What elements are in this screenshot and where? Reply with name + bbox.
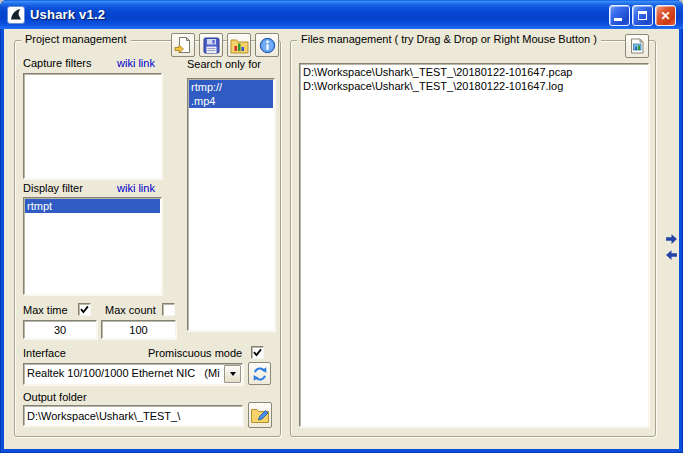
app-window: Ushark v1.2 ✕ Project management — [0, 0, 683, 453]
new-project-button[interactable] — [171, 33, 195, 57]
file-list-item[interactable]: D:\Workspace\Ushark\_TEST_\20180122-1016… — [301, 79, 647, 93]
promiscuous-checkbox[interactable] — [251, 346, 264, 359]
interface-selected-value: Realtek 10/100/1000 Ethernet NIC (Mi — [24, 364, 223, 384]
window-title: Ushark v1.2 — [30, 7, 105, 22]
output-folder-input[interactable] — [23, 405, 243, 426]
interface-dropdown-button[interactable] — [224, 365, 241, 383]
file-list-item[interactable]: D:\Workspace\Ushark\_TEST_\20180122-1016… — [301, 65, 647, 79]
interface-label: Interface — [23, 347, 66, 359]
shark-fin-icon — [7, 6, 25, 24]
capture-filters-wiki-link[interactable]: wiki link — [117, 57, 155, 69]
project-management-group: Project management — [14, 40, 281, 437]
project-group-title: Project management — [21, 33, 131, 45]
arrow-left-icon — [665, 249, 678, 261]
maximize-button[interactable] — [632, 5, 653, 26]
close-button[interactable]: ✕ — [655, 5, 676, 26]
list-item[interactable]: .mp4 — [189, 94, 273, 108]
browse-output-folder-button[interactable] — [248, 402, 272, 428]
info-button[interactable] — [255, 33, 279, 57]
statistics-button[interactable] — [227, 33, 251, 57]
collapse-panel-button[interactable] — [665, 249, 678, 262]
minimize-button[interactable] — [609, 5, 630, 26]
new-document-icon — [174, 36, 192, 54]
titlebar: Ushark v1.2 ✕ — [0, 0, 683, 29]
max-count-input[interactable] — [101, 320, 176, 339]
max-time-checkbox[interactable] — [78, 303, 91, 316]
display-filter-label: Display filter — [23, 182, 83, 194]
max-count-label: Max count — [105, 304, 156, 316]
files-group-title: Files management ( try Drag & Drop or Ri… — [297, 33, 601, 45]
search-only-for-label: Search only for — [187, 58, 261, 70]
maximize-icon — [638, 11, 647, 20]
list-item[interactable]: rtmp:// — [189, 80, 273, 94]
folder-chart-icon — [230, 37, 249, 54]
max-count-checkbox[interactable] — [162, 303, 175, 316]
display-filter-wiki-link[interactable]: wiki link — [117, 182, 155, 194]
capture-filters-label: Capture filters — [23, 57, 91, 69]
folder-edit-icon — [250, 406, 270, 424]
check-icon — [253, 348, 262, 357]
client-area: Project management — [4, 29, 679, 449]
check-icon — [80, 305, 89, 314]
report-icon — [629, 38, 645, 54]
max-time-label: Max time — [23, 304, 68, 316]
interface-select[interactable]: Realtek 10/100/1000 Ethernet NIC (Mi — [23, 363, 243, 385]
search-only-for-listbox[interactable]: rtmp:// .mp4 — [187, 78, 275, 331]
output-folder-label: Output folder — [23, 391, 87, 403]
chevron-down-icon — [230, 372, 236, 376]
list-item[interactable]: rtmpt — [25, 199, 160, 213]
minimize-icon — [614, 18, 622, 21]
expand-panel-button[interactable] — [665, 233, 678, 246]
info-icon — [259, 37, 276, 54]
files-management-group: Files management ( try Drag & Drop or Ri… — [290, 40, 656, 437]
refresh-icon — [252, 366, 268, 382]
close-icon: ✕ — [660, 10, 670, 22]
save-project-button[interactable] — [199, 33, 223, 57]
capture-filters-listbox[interactable] — [23, 73, 162, 179]
report-button[interactable] — [625, 34, 649, 58]
max-time-input[interactable] — [23, 320, 97, 339]
display-filter-listbox[interactable]: rtmpt — [23, 197, 162, 295]
refresh-interfaces-button[interactable] — [248, 362, 271, 385]
promiscuous-mode-label: Promiscuous mode — [148, 347, 242, 359]
save-floppy-icon — [203, 37, 220, 54]
arrow-right-icon — [665, 233, 678, 245]
files-listbox[interactable]: D:\Workspace\Ushark\_TEST_\20180122-1016… — [299, 63, 649, 427]
